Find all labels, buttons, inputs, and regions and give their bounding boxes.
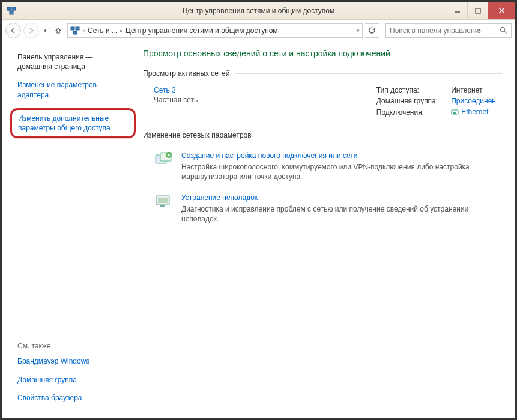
svg-rect-5 — [71, 27, 74, 30]
forward-button[interactable] — [23, 23, 39, 38]
svg-point-8 — [500, 27, 504, 31]
window-controls — [447, 2, 515, 19]
svg-rect-17 — [160, 205, 165, 207]
new-connection-desc: Настройка широкополосного, коммутируемог… — [181, 162, 496, 181]
search-icon — [500, 26, 507, 34]
new-connection-item: Создание и настройка нового подключения … — [143, 148, 502, 190]
sidebar-homegroup-link[interactable]: Домашняя группа — [17, 375, 128, 385]
new-connection-link[interactable]: Создание и настройка нового подключения … — [181, 151, 358, 160]
search-input[interactable] — [390, 26, 496, 35]
sidebar-firewall-link[interactable]: Брандмауэр Windows — [17, 356, 128, 366]
address-bar[interactable]: « Сеть и ... ▸ Центр управления сетями и… — [67, 23, 363, 38]
close-button[interactable] — [488, 2, 515, 19]
search-box[interactable] — [385, 23, 512, 38]
new-connection-icon — [154, 151, 173, 168]
access-value: Интернет — [451, 86, 496, 94]
homegroup-link[interactable]: Присоединен — [451, 97, 496, 105]
sidebar-sharing-link[interactable]: Изменить дополнительные параметры общего… — [18, 114, 128, 133]
maximize-button[interactable] — [467, 2, 488, 19]
window-title: Центр управления сетями и общим доступом — [2, 7, 515, 15]
network-center-icon — [7, 6, 16, 16]
network-name: Сеть 3 — [154, 86, 376, 94]
connections-label: Подключения: — [376, 108, 438, 117]
network-center-icon — [70, 26, 80, 35]
active-networks-header: Просмотр активных сетей — [143, 69, 502, 78]
titlebar: Центр управления сетями и общим доступом — [2, 2, 515, 20]
svg-line-9 — [504, 31, 507, 34]
address-dropdown[interactable]: ▾ — [357, 28, 360, 34]
change-settings-header: Изменение сетевых параметров — [143, 131, 502, 139]
page-title: Просмотр основных сведений о сети и наст… — [143, 49, 502, 58]
breadcrumb-segment[interactable]: Сеть и ... — [88, 26, 118, 35]
chevron-left-icon: « — [82, 28, 85, 34]
sidebar-browser-link[interactable]: Свойства браузера — [17, 393, 128, 403]
svg-rect-2 — [10, 11, 13, 14]
chevron-right-icon: ▸ — [120, 28, 123, 34]
section-label: Изменение сетевых параметров — [143, 131, 252, 139]
sidebar-adapter-link[interactable]: Изменение параметров адаптера — [17, 80, 128, 99]
access-label: Тип доступа: — [376, 86, 438, 94]
network-type: Частная сеть — [154, 96, 376, 104]
sidebar-home-link[interactable]: Панель управления — домашняя страница — [17, 52, 128, 72]
svg-rect-1 — [12, 7, 16, 10]
svg-rect-6 — [76, 27, 79, 30]
troubleshoot-icon — [154, 193, 173, 210]
main-content: Просмотр основных сведений о сети и наст… — [137, 41, 515, 418]
svg-rect-16 — [158, 198, 168, 203]
history-dropdown[interactable]: ▾ — [41, 28, 49, 34]
sidebar: Панель управления — домашняя страница Из… — [2, 41, 137, 418]
svg-rect-7 — [73, 31, 77, 34]
breadcrumb-segment[interactable]: Центр управления сетями и общим доступом — [125, 26, 278, 35]
svg-rect-4 — [476, 8, 480, 13]
svg-rect-0 — [7, 7, 11, 10]
svg-rect-11 — [453, 112, 456, 114]
minimize-button[interactable] — [447, 2, 467, 19]
refresh-button[interactable] — [365, 23, 379, 38]
sidebar-sharing-highlight: Изменить дополнительные параметры общего… — [10, 108, 136, 138]
back-button[interactable] — [5, 23, 21, 38]
section-label: Просмотр активных сетей — [143, 69, 229, 78]
see-also-label: См. также — [17, 342, 128, 350]
active-network-panel: Сеть 3 Частная сеть Тип доступа: Интерне… — [143, 86, 502, 131]
troubleshoot-desc: Диагностика и исправление проблем с сеть… — [181, 204, 496, 224]
homegroup-label: Домашняя группа: — [376, 97, 438, 105]
up-button[interactable] — [52, 24, 65, 37]
toolbar: ▾ « Сеть и ... ▸ Центр управления сетями… — [2, 20, 515, 41]
troubleshoot-link[interactable]: Устранение неполадок — [181, 193, 258, 202]
troubleshoot-item: Устранение неполадок Диагностика и испра… — [143, 190, 502, 232]
connection-link[interactable]: Ethernet — [461, 108, 488, 116]
ethernet-icon — [451, 108, 459, 116]
